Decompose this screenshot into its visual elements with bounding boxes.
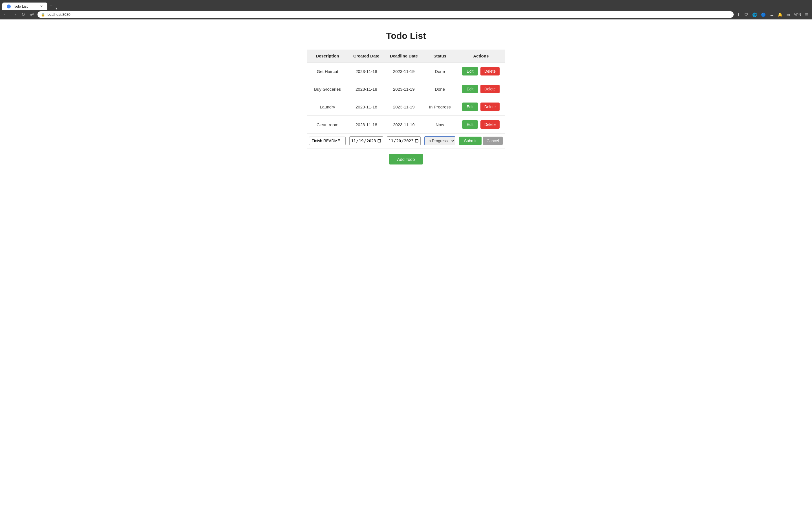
add-todo-button[interactable]: Add Todo — [389, 154, 423, 165]
tab-bar: Todo List ✕ + ▼ — [0, 0, 812, 10]
table-row: Get Haircut 2023-11-18 2023-11-19 Done E… — [307, 62, 505, 80]
edit-button[interactable]: Edit — [462, 120, 478, 129]
forward-button[interactable]: → — [11, 11, 18, 18]
extension1-icon[interactable]: 🛡 — [743, 12, 749, 17]
cell-deadline-date: 2023-11-19 — [385, 62, 423, 80]
extension2-icon[interactable]: 🌐 — [751, 12, 758, 17]
address-bar[interactable]: 🔒 localhost:8080 — [38, 11, 733, 18]
tab-dropdown-icon[interactable]: ▼ — [55, 7, 58, 10]
security-icon: 🔒 — [41, 13, 45, 17]
edit-created-date-input[interactable] — [349, 136, 383, 145]
header-row: Description Created Date Deadline Date S… — [307, 50, 505, 62]
table-row: Laundry 2023-11-18 2023-11-19 In Progres… — [307, 98, 505, 116]
cell-status: Done — [423, 62, 457, 80]
delete-button[interactable]: Delete — [480, 85, 500, 93]
edit-actions-cell: Submit Cancel — [457, 133, 505, 149]
edit-button[interactable]: Edit — [462, 85, 478, 93]
cell-actions: Edit Delete — [457, 62, 505, 80]
table-body: Get Haircut 2023-11-18 2023-11-19 Done E… — [307, 62, 505, 149]
cell-actions: Edit Delete — [457, 116, 505, 133]
cell-description: Get Haircut — [307, 62, 348, 80]
edit-created-cell — [348, 133, 385, 149]
reload-button[interactable]: ↻ — [20, 11, 26, 18]
edit-status-select[interactable]: In ProgressDoneNow — [424, 136, 455, 145]
cancel-button[interactable]: Cancel — [483, 136, 503, 145]
edit-deadline-date-input[interactable] — [387, 136, 421, 145]
table-row: Clean room 2023-11-18 2023-11-19 Now Edi… — [307, 116, 505, 133]
cell-deadline-date: 2023-11-19 — [385, 116, 423, 133]
edit-row: In ProgressDoneNow Submit Cancel — [307, 133, 505, 149]
delete-button[interactable]: Delete — [480, 120, 500, 129]
delete-button[interactable]: Delete — [480, 67, 500, 75]
tab-title: Todo List — [13, 4, 28, 8]
cell-status: In Progress — [423, 98, 457, 116]
cell-deadline-date: 2023-11-19 — [385, 98, 423, 116]
cell-description: Buy Groceries — [307, 80, 348, 98]
delete-button[interactable]: Delete — [480, 103, 500, 111]
sidebar-icon[interactable]: ▭ — [785, 12, 791, 17]
vpn-badge[interactable]: VPN — [793, 12, 802, 17]
cell-status: Now — [423, 116, 457, 133]
col-description: Description — [307, 50, 348, 62]
new-tab-button[interactable]: + — [47, 3, 55, 9]
submit-button[interactable]: Submit — [459, 136, 481, 145]
page-content: Todo List Description Created Date Deadl… — [0, 19, 812, 176]
page-title: Todo List — [386, 31, 426, 41]
cell-created-date: 2023-11-18 — [348, 116, 385, 133]
cell-status: Done — [423, 80, 457, 98]
tab-close-button[interactable]: ✕ — [40, 4, 43, 8]
col-deadline-date: Deadline Date — [385, 50, 423, 62]
back-button[interactable]: ← — [2, 11, 9, 18]
cell-description: Laundry — [307, 98, 348, 116]
edit-deadline-cell — [385, 133, 423, 149]
cell-description: Clean room — [307, 116, 348, 133]
extension5-icon[interactable]: 🔔 — [776, 12, 783, 17]
url-text: localhost:8080 — [47, 12, 70, 17]
cell-created-date: 2023-11-18 — [348, 80, 385, 98]
cell-created-date: 2023-11-18 — [348, 62, 385, 80]
extension3-icon[interactable]: 🔵 — [760, 12, 767, 17]
table-header: Description Created Date Deadline Date S… — [307, 50, 505, 62]
edit-description-cell — [307, 133, 348, 149]
bookmark-button[interactable]: ☍ — [29, 11, 35, 18]
share-icon[interactable]: ⬆ — [736, 12, 742, 17]
toolbar-right: ⬆ 🛡 🌐 🔵 ☁ 🔔 ▭ VPN ☰ — [736, 12, 810, 17]
cell-actions: Edit Delete — [457, 80, 505, 98]
cell-actions: Edit Delete — [457, 98, 505, 116]
col-actions: Actions — [457, 50, 505, 62]
edit-status-cell: In ProgressDoneNow — [423, 133, 457, 149]
cell-created-date: 2023-11-18 — [348, 98, 385, 116]
menu-icon[interactable]: ☰ — [804, 12, 810, 17]
edit-description-input[interactable] — [309, 136, 346, 145]
col-created-date: Created Date — [348, 50, 385, 62]
col-status: Status — [423, 50, 457, 62]
tab-favicon — [7, 4, 11, 8]
active-tab[interactable]: Todo List ✕ — [2, 3, 47, 10]
address-bar-row: ← → ↻ ☍ 🔒 localhost:8080 ⬆ 🛡 🌐 🔵 ☁ 🔔 ▭ V… — [0, 10, 812, 19]
edit-button[interactable]: Edit — [462, 67, 478, 75]
extension4-icon[interactable]: ☁ — [769, 12, 775, 17]
todo-table: Description Created Date Deadline Date S… — [307, 50, 505, 149]
table-row: Buy Groceries 2023-11-18 2023-11-19 Done… — [307, 80, 505, 98]
edit-button[interactable]: Edit — [462, 103, 478, 111]
cell-deadline-date: 2023-11-19 — [385, 80, 423, 98]
